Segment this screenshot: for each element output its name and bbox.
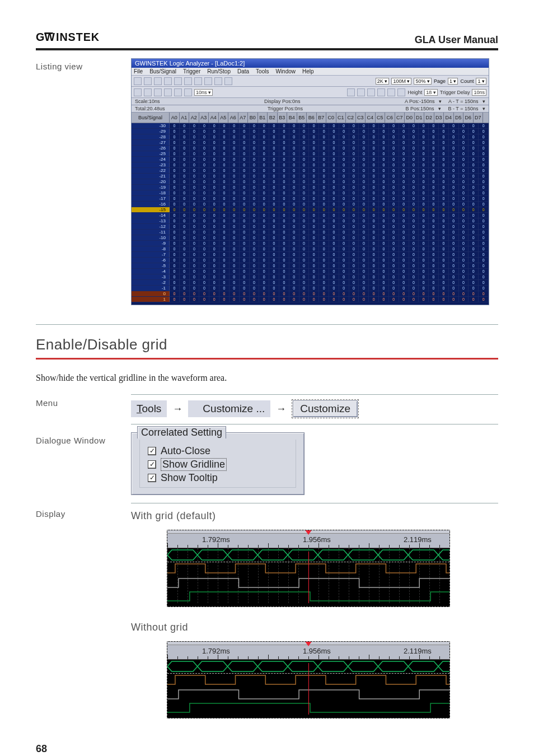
data-cell: 0	[319, 134, 329, 139]
manual-title: GLA User Manual	[415, 34, 498, 46]
height-select[interactable]: 18 ▾	[424, 89, 438, 96]
data-cell: 0	[459, 202, 469, 207]
data-cell: 0	[479, 258, 489, 263]
data-cell: 0	[199, 207, 209, 212]
toolbar-icon[interactable]	[154, 88, 162, 96]
data-cell: 0	[309, 258, 319, 263]
data-row: 000000000000000000000000000000000	[132, 291, 489, 297]
app-menubar-item[interactable]: Data	[237, 68, 249, 74]
data-cell: 0	[459, 168, 469, 173]
data-cell: 0	[409, 202, 419, 207]
data-cell: 0	[180, 280, 190, 285]
data-cell: 0	[309, 263, 319, 268]
data-cell: 0	[359, 246, 369, 251]
rate-select[interactable]: 2K ▾	[376, 78, 390, 85]
toolbar-icon[interactable]	[184, 77, 192, 85]
checkbox-auto-close[interactable]: ✓	[148, 447, 156, 455]
data-cell: 0	[349, 162, 359, 167]
page-select[interactable]: 1 ▾	[448, 78, 458, 85]
toolbar-icon[interactable]	[397, 88, 405, 96]
data-cell: 0	[309, 202, 319, 207]
data-cell: 0	[289, 202, 299, 207]
data-cell: 0	[349, 146, 359, 151]
tab-customize[interactable]: Customize	[293, 400, 358, 417]
data-cell: 0	[419, 274, 429, 279]
data-cell: 0	[289, 185, 299, 190]
data-cell: 0	[170, 258, 180, 263]
toolbar-icon[interactable]	[387, 88, 395, 96]
height-label: Height	[407, 90, 422, 95]
toolbar-icon[interactable]	[174, 88, 182, 96]
data-cell: 0	[289, 134, 299, 139]
app-menubar-item[interactable]: Window	[275, 68, 296, 74]
toolbar-icon[interactable]	[134, 77, 142, 85]
toolbar-icon[interactable]	[214, 77, 222, 85]
data-cell: 0	[259, 185, 269, 190]
data-cell: 0	[399, 235, 409, 240]
toolbar-icon[interactable]	[194, 77, 202, 85]
data-cell: 0	[419, 280, 429, 285]
toolbar-icon[interactable]	[367, 88, 375, 96]
toolbar-icon[interactable]	[164, 77, 172, 85]
app-menubar-item[interactable]: Help	[302, 68, 314, 74]
app-menubar-item[interactable]: Bus/Signal	[149, 68, 176, 74]
data-cell: 0	[469, 202, 479, 207]
data-cell: 0	[469, 185, 479, 190]
data-cell: 0	[429, 134, 439, 139]
checkbox-show-gridline[interactable]: ✓	[148, 460, 156, 469]
menu-item-tools[interactable]: Tools	[131, 400, 167, 417]
app-menubar-item[interactable]: Run/Stop	[207, 68, 231, 74]
data-cell: 0	[180, 241, 190, 246]
toolbar-icon[interactable]	[174, 77, 182, 85]
data-cell: 0	[259, 246, 269, 251]
data-cell: 0	[419, 190, 429, 195]
data-cell: 0	[359, 235, 369, 240]
app-menubar-item[interactable]: Tools	[256, 68, 269, 74]
toolbar-icon[interactable]	[204, 77, 212, 85]
toolbar-icon[interactable]	[154, 77, 162, 85]
data-cell: 0	[219, 213, 229, 218]
zoom-select[interactable]: 50% ▾	[414, 78, 432, 85]
data-cell: 0	[229, 258, 240, 263]
data-cell: 0	[339, 162, 349, 167]
data-cell: 0	[349, 151, 359, 156]
data-cell: 0	[180, 291, 190, 296]
data-cell: 0	[429, 196, 439, 201]
data-cell: 0	[299, 162, 310, 167]
data-cell: 0	[289, 157, 299, 162]
data-cell: 0	[250, 174, 260, 179]
data-cell: 0	[409, 291, 419, 296]
toolbar-icon[interactable]	[144, 88, 152, 96]
menu-item-customize[interactable]: Customize ...	[188, 400, 270, 417]
toolbar-icon[interactable]	[184, 88, 192, 96]
toolbar-icon[interactable]	[134, 88, 142, 96]
data-cell: 0	[319, 213, 329, 218]
data-cell: 0	[379, 190, 389, 195]
data-cell: 0	[309, 224, 319, 229]
app-menubar-item[interactable]: File	[134, 68, 143, 74]
toolbar-icon[interactable]	[224, 77, 232, 85]
checkbox-show-tooltip[interactable]: ✓	[148, 474, 156, 482]
data-cell: 0	[170, 134, 180, 139]
toolbar-icon[interactable]	[377, 88, 385, 96]
data-cell: 0	[319, 162, 329, 167]
data-cell: 0	[419, 218, 429, 223]
timebase-select[interactable]: 10ns ▾	[194, 89, 213, 96]
data-cell: 0	[389, 151, 399, 156]
data-cell: 0	[299, 241, 310, 246]
app-menubar-item[interactable]: Trigger	[183, 68, 200, 74]
data-cell: 0	[329, 140, 339, 145]
trigger-delay-field[interactable]: 10ns	[472, 89, 486, 96]
dialogue-window-label: Dialogue Window	[36, 432, 131, 445]
data-cell: 0	[459, 246, 469, 251]
toolbar-icon[interactable]	[347, 88, 355, 96]
column-header: A7	[238, 113, 249, 123]
toolbar-icon[interactable]	[164, 88, 172, 96]
toolbar-icon[interactable]	[357, 88, 365, 96]
data-cell: 0	[329, 129, 339, 134]
toolbar-icon[interactable]	[144, 77, 152, 85]
data-cell: 0	[209, 218, 219, 223]
rate2-select[interactable]: 100M ▾	[391, 78, 411, 85]
data-cell: 0	[359, 286, 369, 291]
count-select[interactable]: 1 ▾	[476, 78, 486, 85]
